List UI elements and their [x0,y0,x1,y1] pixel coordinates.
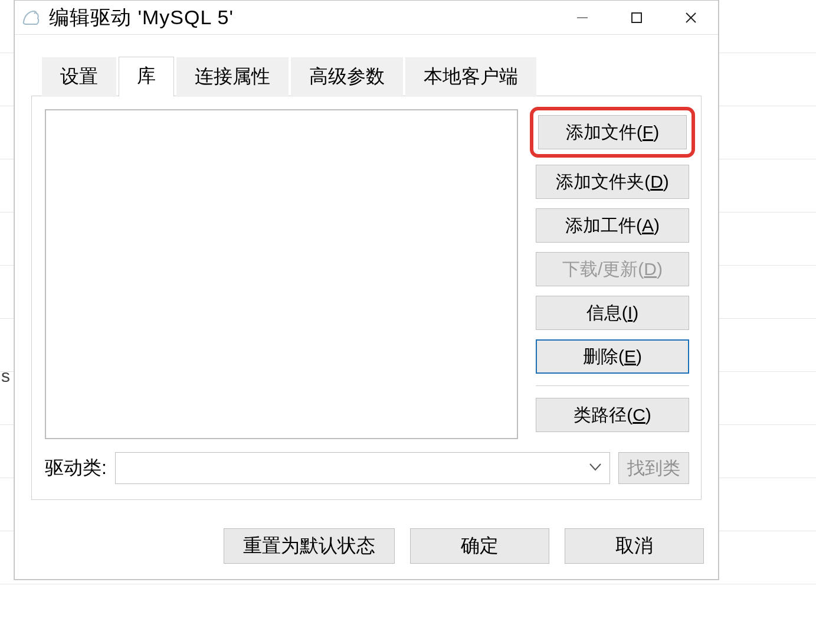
library-side-buttons: 添加文件(F) 添加文件夹(D) 添加工件(A) 下载/更新(D) 信息(I) [536,109,689,439]
window-title: 编辑驱动 'MySQL 5' [49,4,234,31]
download-update-label: 下载/更新 [562,257,638,282]
classpath-button[interactable]: 类路径(C) [536,398,689,432]
info-mnemonic: I [628,303,633,323]
edit-driver-dialog: 编辑驱动 'MySQL 5' 设置 库 连接属性 高级参数 本地客户端 [14,0,719,580]
info-button[interactable]: 信息(I) [536,296,689,330]
reset-defaults-button[interactable]: 重置为默认状态 [224,528,395,564]
find-class-button[interactable]: 找到类 [618,452,689,484]
ok-button[interactable]: 确定 [410,528,549,564]
add-folder-label: 添加文件夹 [556,170,644,194]
tabbar: 设置 库 连接属性 高级参数 本地客户端 [31,56,702,96]
driver-class-label: 驱动类: [45,455,107,481]
add-file-button[interactable]: 添加文件(F) [538,115,687,149]
add-artifact-button[interactable]: 添加工件(A) [536,208,689,243]
tab-connection-properties[interactable]: 连接属性 [176,57,289,97]
driver-class-row: 驱动类: 找到类 [45,452,689,484]
download-update-button[interactable]: 下载/更新(D) [536,252,689,286]
add-file-label: 添加文件 [566,120,637,145]
maximize-button[interactable] [609,1,664,34]
window-controls [555,1,718,34]
add-file-mnemonic: F [643,122,653,142]
add-folder-button[interactable]: 添加文件夹(D) [536,165,689,199]
dialog-body: 设置 库 连接属性 高级参数 本地客户端 添加文件(F) 添加文件夹(D) [15,35,718,511]
minimize-icon [576,11,589,24]
tab-settings[interactable]: 设置 [42,57,116,97]
titlebar: 编辑驱动 'MySQL 5' [15,1,718,35]
dialog-footer: 重置为默认状态 确定 取消 [15,511,718,579]
tab-local-client[interactable]: 本地客户端 [405,57,536,97]
app-icon [21,7,42,28]
delete-label: 删除 [583,345,618,369]
cancel-button[interactable]: 取消 [565,528,704,564]
svg-point-0 [34,12,36,14]
classpath-label: 类路径 [574,403,627,427]
tab-library[interactable]: 库 [119,57,174,97]
delete-button[interactable]: 删除(E) [536,339,689,374]
delete-mnemonic: E [624,346,636,367]
add-artifact-label: 添加工件 [565,214,636,238]
highlight-add-file: 添加文件(F) [530,107,695,158]
side-divider [536,385,689,386]
classpath-mnemonic: C [633,405,645,425]
add-artifact-mnemonic: A [642,215,654,236]
driver-class-combo[interactable] [115,452,610,484]
driver-class-input[interactable] [115,452,610,484]
close-icon [684,11,698,25]
bg-cell-text: s [1,366,10,386]
minimize-button[interactable] [555,1,609,34]
download-update-mnemonic: D [644,259,657,279]
add-folder-mnemonic: D [650,172,663,192]
info-label: 信息 [586,301,622,325]
maximize-icon [630,11,643,24]
library-area: 添加文件(F) 添加文件夹(D) 添加工件(A) 下载/更新(D) 信息(I) [45,109,689,439]
library-file-list[interactable] [45,109,518,439]
svg-rect-2 [632,13,641,22]
library-tab-panel: 添加文件(F) 添加文件夹(D) 添加工件(A) 下载/更新(D) 信息(I) [31,96,702,500]
close-button[interactable] [664,1,718,34]
tab-advanced-parameters[interactable]: 高级参数 [291,57,403,97]
